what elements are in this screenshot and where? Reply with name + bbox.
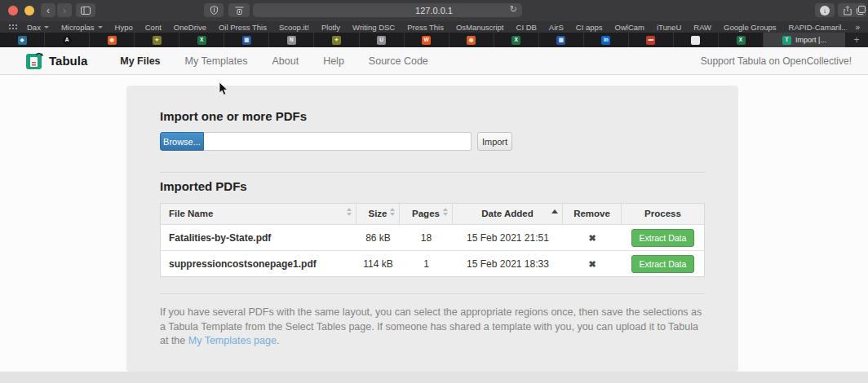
nav-item-my-files[interactable]: My Files bbox=[120, 55, 160, 67]
column-header[interactable]: Process bbox=[622, 204, 704, 224]
browser-tab[interactable]: W bbox=[405, 33, 450, 47]
bookmark-item[interactable]: RAW bbox=[693, 23, 711, 32]
browser-tab[interactable]: X bbox=[179, 33, 224, 47]
downloads-button[interactable]: ↓ bbox=[815, 3, 835, 17]
browser-tab[interactable]: ▦ bbox=[224, 33, 269, 47]
page-settings-button[interactable] bbox=[228, 3, 250, 17]
import-heading: Import one or more PDFs bbox=[160, 86, 705, 123]
bookmark-item[interactable]: Oil Press This bbox=[219, 23, 267, 32]
tab-strip: ◆ A ◉ ✦ X ▦ N ✦ U W ◉ X ▦ in ••• X T Imp bbox=[0, 33, 868, 47]
url-text[interactable]: 127.0.0.1 bbox=[415, 4, 453, 17]
browser-tab[interactable]: ◆ bbox=[0, 33, 45, 47]
browser-tab[interactable]: ◉ bbox=[90, 33, 135, 47]
tabula-logo-icon bbox=[26, 52, 43, 69]
bookmark-item[interactable]: Writing DSC bbox=[352, 23, 395, 32]
tab-favicon-icon: W bbox=[422, 36, 431, 45]
support-link[interactable]: Support Tabula on OpenCollective! bbox=[701, 55, 852, 67]
browser-tab[interactable]: ••• bbox=[629, 33, 674, 47]
column-header[interactable]: Size bbox=[356, 204, 400, 224]
bookmark-item[interactable]: Google Groups bbox=[724, 23, 776, 32]
brand-name: Tabula bbox=[49, 54, 87, 68]
active-tab[interactable]: T Import |... bbox=[764, 33, 845, 47]
tab-favicon-icon: X bbox=[197, 36, 206, 45]
sort-carets-icon[interactable] bbox=[347, 208, 352, 216]
active-tab-label: Import |... bbox=[795, 36, 826, 44]
sort-carets-icon[interactable] bbox=[443, 208, 448, 216]
column-header[interactable]: File Name bbox=[161, 204, 356, 224]
cell-size: 114 kB bbox=[356, 258, 400, 270]
file-path-input[interactable] bbox=[204, 132, 472, 151]
sidebar-icon bbox=[81, 7, 91, 15]
bookmark-item[interactable]: OwlCam bbox=[615, 23, 644, 32]
nav-item-about[interactable]: About bbox=[272, 55, 299, 67]
import-button[interactable]: Import bbox=[477, 132, 512, 151]
remove-file-button[interactable]: ✖ bbox=[588, 233, 596, 243]
nav-item-source-code[interactable]: Source Code bbox=[369, 55, 428, 67]
bookmarks-list: DaxMicroplasHypoContOneDriveOil Press Th… bbox=[27, 23, 847, 32]
download-icon: ↓ bbox=[820, 6, 830, 15]
page-settings-icon bbox=[235, 7, 244, 15]
nav-items: My FilesMy TemplatesAboutHelpSource Code bbox=[120, 55, 428, 67]
browser-tab[interactable]: X bbox=[494, 33, 539, 47]
mouse-cursor bbox=[219, 81, 228, 96]
bookmark-item[interactable]: RAPID-Camaril...Springs Fire bbox=[789, 23, 848, 32]
remove-file-button[interactable]: ✖ bbox=[588, 259, 596, 269]
forward-button[interactable]: › bbox=[57, 3, 72, 17]
bookmark-item[interactable]: iTuneU bbox=[657, 23, 681, 32]
bookmark-item[interactable]: Plotly bbox=[321, 23, 340, 32]
minimize-window-button[interactable] bbox=[24, 6, 34, 15]
import-form: Browse... Import bbox=[160, 132, 705, 151]
address-bar[interactable]: ↻ bbox=[253, 3, 522, 17]
bookmarks-overflow-button[interactable]: » bbox=[855, 23, 860, 32]
back-icon: ‹ bbox=[46, 5, 50, 16]
bookmark-item[interactable]: Dax bbox=[27, 23, 49, 32]
browser-tab[interactable]: N bbox=[269, 33, 314, 47]
bookmark-item[interactable]: CI DB bbox=[516, 23, 537, 32]
template-note: If you have several PDFs with the same l… bbox=[160, 306, 705, 349]
bookmark-item[interactable]: CI apps bbox=[576, 23, 603, 32]
browser-tab[interactable]: X bbox=[719, 33, 764, 47]
nav-item-my-templates[interactable]: My Templates bbox=[185, 55, 248, 67]
sort-asc-icon[interactable] bbox=[551, 208, 558, 214]
tab-overview-button[interactable] bbox=[855, 3, 866, 17]
browser-tab[interactable]: ▦ bbox=[539, 33, 584, 47]
privacy-shield-button[interactable] bbox=[204, 3, 224, 17]
browser-tab[interactable] bbox=[674, 33, 719, 47]
tab-favicon-icon: ✦ bbox=[332, 36, 341, 45]
extract-data-button[interactable]: Extract Data bbox=[631, 229, 695, 247]
bookmark-item[interactable]: Press This bbox=[407, 23, 444, 32]
tabula-brand[interactable]: Tabula bbox=[26, 52, 87, 69]
column-header[interactable]: Remove bbox=[563, 204, 622, 224]
sidebar-button[interactable] bbox=[76, 3, 95, 17]
browser-tab[interactable]: U bbox=[360, 33, 405, 47]
browser-tab[interactable]: A bbox=[45, 33, 90, 47]
bookmark-item[interactable]: OneDrive bbox=[174, 23, 206, 32]
note-period: . bbox=[277, 335, 279, 346]
browser-tab[interactable]: in bbox=[584, 33, 629, 47]
back-button[interactable]: ‹ bbox=[41, 3, 55, 17]
bookmark-item[interactable]: Hypo bbox=[115, 23, 133, 32]
bookmark-item[interactable]: AirS bbox=[549, 23, 564, 32]
bookmarks-grid-icon[interactable] bbox=[8, 24, 17, 30]
bookmark-item[interactable]: Scoop.it! bbox=[279, 23, 309, 32]
tab-favicon-icon: ▦ bbox=[242, 36, 251, 45]
my-templates-link[interactable]: My Templates page bbox=[188, 335, 277, 346]
browser-tab[interactable]: ✦ bbox=[314, 33, 359, 47]
reload-icon[interactable]: ↻ bbox=[510, 4, 517, 15]
browser-tab[interactable]: ◉ bbox=[450, 33, 494, 47]
cell-pages: 1 bbox=[400, 258, 453, 270]
nav-item-help[interactable]: Help bbox=[323, 55, 344, 67]
browser-tab[interactable]: ✦ bbox=[135, 33, 179, 47]
cell-pages: 18 bbox=[400, 232, 453, 244]
bookmark-item[interactable]: Microplas bbox=[61, 23, 103, 32]
extract-data-button[interactable]: Extract Data bbox=[631, 255, 695, 273]
column-header[interactable]: Date Added bbox=[453, 204, 563, 224]
close-window-button[interactable] bbox=[8, 6, 18, 15]
browse-button[interactable]: Browse... bbox=[160, 132, 204, 151]
bookmark-item[interactable]: Cont bbox=[145, 23, 162, 32]
new-tab-button[interactable]: + bbox=[845, 33, 868, 47]
sort-carets-icon[interactable] bbox=[390, 208, 395, 216]
bookmark-item[interactable]: OsManuscript bbox=[456, 23, 504, 32]
column-header[interactable]: Pages bbox=[400, 204, 453, 224]
table-body: Fatalities-by-State.pdf 86 kB 18 15 Feb … bbox=[161, 224, 704, 276]
